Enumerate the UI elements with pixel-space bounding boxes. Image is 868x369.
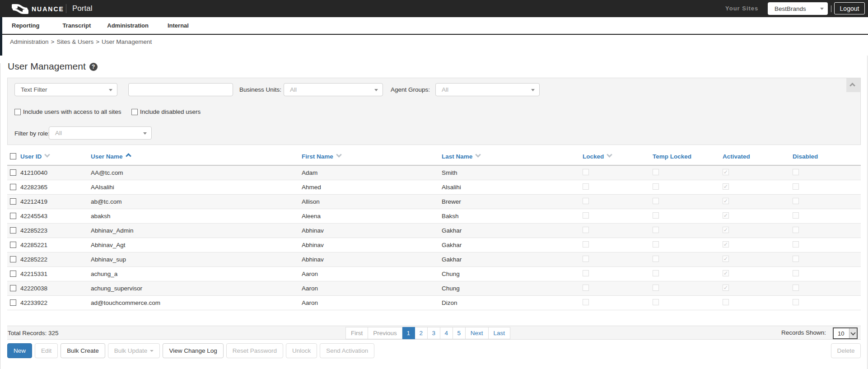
sidebar-strip <box>0 17 2 56</box>
bulk-update-button[interactable]: Bulk Update <box>108 343 160 358</box>
agent-groups-dropdown[interactable]: All <box>435 83 540 96</box>
cell-user-id: 42215331 <box>18 266 88 281</box>
pagination-next[interactable]: Next <box>466 327 489 339</box>
sort-descending-icon <box>44 152 50 158</box>
pagination-page-2[interactable]: 2 <box>415 327 428 339</box>
pagination-page-1[interactable]: 1 <box>402 327 415 339</box>
column-header-temp-locked[interactable]: Temp Locked <box>650 148 720 165</box>
cell-last-name: Baksh <box>439 209 580 223</box>
brand-name: NUANCE <box>32 5 64 13</box>
column-label: First Name <box>302 153 333 160</box>
bulk-create-button[interactable]: Bulk Create <box>61 343 105 358</box>
temp-locked-checkbox <box>653 183 659 190</box>
nav-item-reporting[interactable]: Reporting <box>12 22 39 29</box>
nav-item-internal[interactable]: Internal <box>168 22 189 29</box>
row-select-checkbox[interactable] <box>10 256 16 262</box>
chevron-down-icon <box>374 89 378 91</box>
row-select-checkbox[interactable] <box>10 227 16 234</box>
button-label: Bulk Create <box>67 347 99 354</box>
sort-ascending-icon <box>126 154 131 159</box>
reset-password-button[interactable]: Reset Password <box>226 343 283 358</box>
column-header-last-name[interactable]: Last Name <box>439 148 580 165</box>
temp-locked-checkbox <box>653 299 659 305</box>
cell-last-name: Alsalihi <box>439 180 580 194</box>
select-all-checkbox[interactable] <box>10 153 16 159</box>
pagination-page-3[interactable]: 3 <box>428 327 440 339</box>
filter-by-role-label: Filter by role: <box>14 130 50 137</box>
row-select-checkbox[interactable] <box>10 169 16 176</box>
records-shown-select[interactable]: 10 <box>833 327 858 339</box>
pagination-page-5[interactable]: 5 <box>453 327 466 339</box>
text-filter-dropdown[interactable]: Text Filter <box>14 83 117 96</box>
table-row: 42220038achung_supervisorAaronChung <box>7 281 861 295</box>
business-units-dropdown[interactable]: All <box>284 83 383 96</box>
activated-checkbox <box>723 169 729 175</box>
caret-down-icon <box>150 350 154 352</box>
column-header-disabled[interactable]: Disabled <box>790 148 861 165</box>
pagination-last[interactable]: Last <box>489 327 511 339</box>
column-header-user-id[interactable]: User ID <box>18 148 88 165</box>
locked-checkbox <box>583 183 589 190</box>
column-label: User Name <box>91 153 123 160</box>
table-row: 42285221Abhinav_AgtAbhinavGakhar <box>7 238 861 252</box>
activated-checkbox <box>723 212 729 219</box>
row-select-checkbox[interactable] <box>10 198 16 205</box>
users-table: User IDUser NameFirst NameLast NameLocke… <box>7 148 861 310</box>
business-units-value: All <box>290 86 297 93</box>
pagination-previous[interactable]: Previous <box>368 327 402 339</box>
activated-checkbox <box>723 183 729 190</box>
temp-locked-checkbox <box>653 198 659 204</box>
row-select-checkbox[interactable] <box>10 213 16 219</box>
include-disabled-checkbox[interactable] <box>131 109 138 115</box>
pagination-first[interactable]: First <box>345 327 368 339</box>
search-input[interactable] <box>128 83 233 96</box>
filter-by-role-dropdown[interactable]: All <box>49 126 152 140</box>
column-header-first-name[interactable]: First Name <box>299 148 439 165</box>
row-select-checkbox[interactable] <box>10 184 16 190</box>
logout-button[interactable]: Logout <box>834 2 865 14</box>
nav-item-administration[interactable]: Administration <box>107 22 149 29</box>
cell-last-name: Dizon <box>439 295 580 310</box>
help-icon[interactable]: ? <box>89 63 98 71</box>
delete-button[interactable]: Delete <box>831 343 861 358</box>
edit-button[interactable]: Edit <box>35 343 58 358</box>
new-button[interactable]: New <box>7 343 32 358</box>
include-all-sites-checkbox[interactable] <box>14 109 21 115</box>
chevron-up-icon <box>849 83 855 89</box>
product-name: Portal <box>72 4 92 13</box>
temp-locked-checkbox <box>653 227 659 233</box>
row-select-checkbox[interactable] <box>10 271 16 277</box>
column-header-locked[interactable]: Locked <box>580 148 650 165</box>
row-select-checkbox[interactable] <box>10 299 16 306</box>
locked-checkbox <box>583 212 589 219</box>
page-frame-left <box>0 63 0 369</box>
locked-checkbox <box>583 299 589 305</box>
chevron-down-icon <box>849 328 857 338</box>
sort-descending-icon <box>336 152 342 158</box>
temp-locked-checkbox <box>653 270 659 276</box>
send-activation-button[interactable]: Send Activation <box>320 343 374 358</box>
column-header-user-name[interactable]: User Name <box>88 148 299 165</box>
breadcrumb-item[interactable]: Sites & Users <box>56 38 93 45</box>
cell-user-name: abaksh <box>88 209 299 223</box>
activated-checkbox <box>723 299 729 305</box>
site-selector-dropdown[interactable]: BestBrands <box>768 2 828 15</box>
cell-user-id: 42285222 <box>18 252 88 266</box>
breadcrumb: Administration>Sites & Users>User Manage… <box>0 35 868 48</box>
breadcrumb-item[interactable]: Administration <box>10 38 49 45</box>
cell-user-name: ad@touchcommerce.com <box>88 295 299 310</box>
nav-item-transcript[interactable]: Transcript <box>62 22 91 29</box>
disabled-checkbox <box>793 270 799 276</box>
row-select-checkbox[interactable] <box>10 242 16 248</box>
collapse-panel-button[interactable] <box>846 78 860 92</box>
pagination-page-4[interactable]: 4 <box>440 327 453 339</box>
unlock-button[interactable]: Unlock <box>286 343 317 358</box>
column-header-activated[interactable]: Activated <box>720 148 790 165</box>
view-change-log-button[interactable]: View Change Log <box>163 343 223 358</box>
cell-user-name: Abhinav_Agt <box>88 238 299 252</box>
row-select-checkbox[interactable] <box>10 285 16 291</box>
locked-checkbox <box>583 198 589 204</box>
cell-last-name: Chung <box>439 281 580 295</box>
cell-user-id: 42220038 <box>18 281 88 295</box>
cell-first-name: Aaron <box>299 281 439 295</box>
